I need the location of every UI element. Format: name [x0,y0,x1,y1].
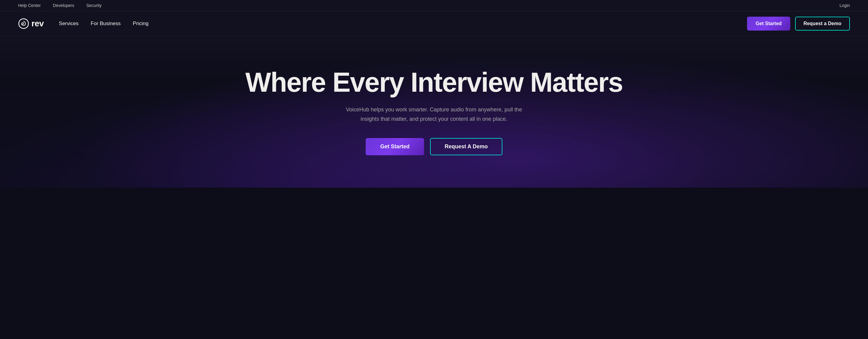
hero-buttons: Get Started Request A Demo [366,138,502,155]
nav-request-demo-button[interactable]: Request a Demo [795,17,850,31]
logo-text: rev [31,19,44,28]
nav-left: rev Services For Business Pricing [18,18,149,29]
nav-links: Services For Business Pricing [59,21,149,27]
pricing-nav-link[interactable]: Pricing [133,21,149,27]
rev-logo-icon [18,18,29,29]
security-link[interactable]: Security [87,3,102,8]
main-navigation: rev Services For Business Pricing Get St… [0,11,868,36]
utility-bar-links: Help Center Developers Security [18,3,102,8]
services-nav-link[interactable]: Services [59,21,79,27]
hero-subtitle: VoiceHub helps you work smarter. Capture… [343,105,525,123]
login-link[interactable]: Login [840,3,850,8]
logo[interactable]: rev [18,18,44,29]
help-center-link[interactable]: Help Center [18,3,41,8]
developers-link[interactable]: Developers [53,3,74,8]
utility-bar: Help Center Developers Security Login [0,0,868,11]
nav-get-started-button[interactable]: Get Started [747,17,790,31]
hero-title: Where Every Interview Matters [245,69,623,96]
for-business-nav-link[interactable]: For Business [91,21,121,27]
hero-request-demo-button[interactable]: Request A Demo [430,138,502,155]
nav-right: Get Started Request a Demo [747,17,850,31]
hero-section: Where Every Interview Matters VoiceHub h… [0,36,868,188]
hero-get-started-button[interactable]: Get Started [366,138,424,155]
